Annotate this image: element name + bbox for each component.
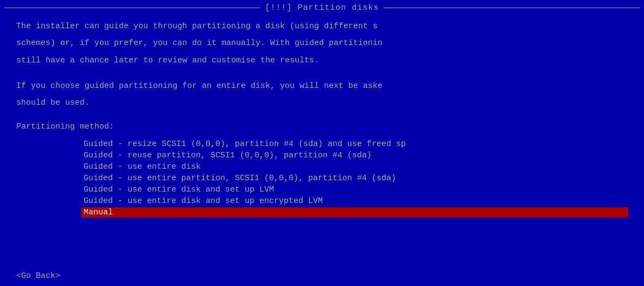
desc-para2-line1: If you choose guided partitioning for an… (16, 80, 628, 92)
terminal-window: [!!!] Partition disks The installer can … (0, 0, 644, 286)
window-title: [!!!] Partition disks (265, 3, 379, 12)
options-list: Guided - resize SCSI1 (0,0,0), partition… (16, 139, 628, 218)
option-item-3[interactable]: Guided - use entire partition, SCSI1 (0,… (81, 173, 628, 183)
option-item-0[interactable]: Guided - resize SCSI1 (0,0,0), partition… (81, 139, 628, 149)
option-item-2[interactable]: Guided - use entire disk (81, 162, 628, 172)
option-item-4[interactable]: Guided - use entire disk and set up LVM (81, 185, 628, 195)
bottom-area: <Go Back> (0, 263, 644, 286)
title-bar: [!!!] Partition disks (0, 0, 644, 15)
option-item-5[interactable]: Guided - use entire disk and set up encr… (81, 196, 628, 206)
partitioning-method-label: Partitioning method: (16, 122, 628, 131)
title-line-right (384, 8, 640, 8)
option-item-6[interactable]: Manual (81, 207, 628, 218)
option-item-1[interactable]: Guided - reuse partition, SCSI1 (0,0,0),… (81, 150, 628, 161)
desc-para2-line2: should be used. (16, 97, 628, 109)
description-block: The installer can guide you through part… (16, 20, 628, 71)
desc-para1-line2: schemes) or, if you prefer, you can do i… (16, 37, 628, 49)
description-block2: If you choose guided partitioning for an… (16, 80, 628, 114)
desc-para1-line1: The installer can guide you through part… (16, 20, 628, 33)
desc-para1-line3: still have a chance later to review and … (16, 54, 628, 67)
go-back-button[interactable]: <Go Back> (16, 271, 628, 281)
content-area: The installer can guide you through part… (0, 15, 644, 263)
title-line-left (4, 8, 260, 8)
